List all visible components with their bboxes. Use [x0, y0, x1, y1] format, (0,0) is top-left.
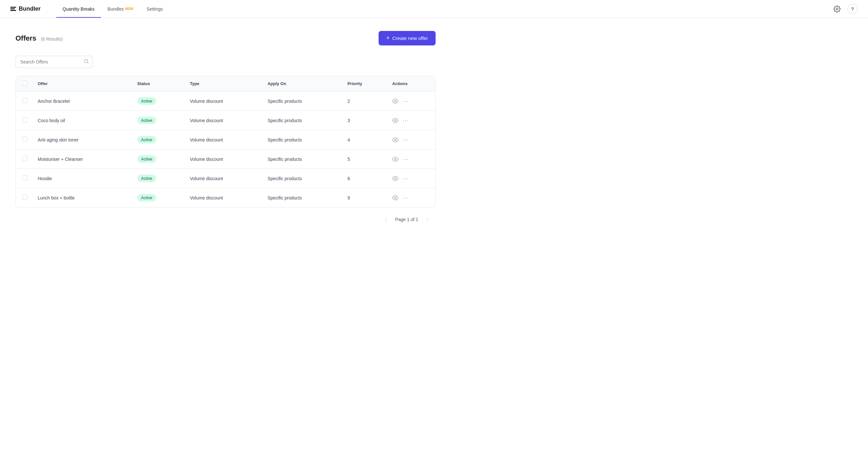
row-status-2: Active [132, 130, 185, 150]
create-offer-button[interactable]: + Create new offer [379, 31, 436, 45]
eye-icon [392, 137, 399, 143]
row-type-5: Volume discount [185, 188, 262, 208]
chevron-right-icon [425, 217, 430, 222]
col-offer: Offer [33, 76, 132, 92]
create-offer-label: Create new offer [392, 35, 428, 41]
col-actions: Actions [387, 76, 435, 92]
row-offer-5: Lunch box + bottle [33, 188, 132, 208]
row-checkbox-2[interactable] [22, 137, 27, 142]
logo-text: Bundler [19, 5, 40, 12]
offers-table-container: Offer Status Type Apply On Priority Acti… [16, 76, 436, 208]
more-options-icon-4[interactable]: ··· [402, 175, 409, 182]
table-header: Offer Status Type Apply On Priority Acti… [16, 76, 435, 92]
more-options-icon-0[interactable]: ··· [402, 97, 409, 105]
row-checkbox-0[interactable] [22, 98, 27, 103]
select-all-checkbox[interactable] [22, 81, 27, 86]
result-count: (6 Results) [41, 36, 63, 41]
row-status-5: Active [132, 188, 185, 208]
view-icon-5[interactable] [392, 195, 399, 201]
status-badge-3: Active [137, 155, 156, 163]
row-checkbox-5[interactable] [22, 195, 27, 200]
row-checkbox-3[interactable] [22, 156, 27, 161]
row-priority-0: 2 [342, 92, 387, 111]
row-priority-2: 4 [342, 130, 387, 150]
nav-item-bundles[interactable]: Bundles NEW! [101, 0, 140, 18]
row-actions-1: ··· [387, 111, 435, 130]
view-icon-1[interactable] [392, 117, 399, 124]
row-actions-2: ··· [387, 130, 435, 150]
nav-label-bundles: Bundles [107, 6, 124, 11]
row-status-1: Active [132, 111, 185, 130]
more-options-icon-3[interactable]: ··· [402, 155, 409, 163]
page-title: Offers (6 Results) [16, 34, 63, 42]
row-type-4: Volume discount [185, 169, 262, 188]
col-type: Type [185, 76, 262, 92]
row-checkbox-cell [16, 188, 33, 208]
plus-icon: + [386, 35, 390, 41]
row-checkbox-cell [16, 130, 33, 150]
view-icon-4[interactable] [392, 175, 399, 182]
row-apply-on-5: Specific products [262, 188, 342, 208]
eye-icon [392, 175, 399, 182]
svg-point-7 [395, 178, 396, 179]
pagination: Page 1 of 1 [16, 215, 436, 224]
table-body: Anchor Bracelet Active Volume discount S… [16, 92, 435, 208]
eye-icon [392, 156, 399, 162]
more-options-icon-5[interactable]: ··· [402, 194, 409, 201]
view-icon-2[interactable] [392, 137, 399, 143]
svg-point-4 [395, 120, 396, 121]
row-priority-1: 3 [342, 111, 387, 130]
settings-button[interactable] [832, 4, 842, 14]
nav-item-quantity-breaks[interactable]: Quantity Breaks [56, 0, 101, 18]
svg-point-6 [395, 158, 396, 160]
view-icon-0[interactable] [392, 98, 399, 104]
row-priority-4: 6 [342, 169, 387, 188]
svg-point-0 [836, 8, 838, 10]
prev-page-button[interactable] [380, 215, 391, 224]
next-page-button[interactable] [422, 215, 433, 224]
col-priority: Priority [342, 76, 387, 92]
row-actions-4: ··· [387, 169, 435, 188]
search-input[interactable] [16, 56, 93, 68]
more-options-icon-2[interactable]: ··· [402, 136, 409, 144]
status-badge-4: Active [137, 175, 156, 182]
row-apply-on-2: Specific products [262, 130, 342, 150]
more-options-icon-1[interactable]: ··· [402, 117, 409, 124]
row-type-3: Volume discount [185, 150, 262, 169]
row-status-3: Active [132, 150, 185, 169]
row-offer-3: Moisturiser + Cleanser [33, 150, 132, 169]
row-checkbox-1[interactable] [22, 117, 27, 122]
row-checkbox-cell [16, 150, 33, 169]
row-type-0: Volume discount [185, 92, 262, 111]
row-status-0: Active [132, 92, 185, 111]
row-checkbox-4[interactable] [22, 175, 27, 181]
eye-icon [392, 98, 399, 104]
eye-icon [392, 117, 399, 124]
row-priority-5: 9 [342, 188, 387, 208]
status-badge-2: Active [137, 136, 156, 144]
view-icon-3[interactable] [392, 156, 399, 162]
nav-badge-new: NEW! [125, 7, 134, 11]
header-actions: ? [832, 4, 858, 14]
search-wrapper [16, 56, 93, 68]
help-icon: ? [851, 6, 854, 11]
table-row: Hoodie Active Volume discount Specific p… [16, 169, 435, 188]
pagination-text: Page 1 of 1 [395, 217, 418, 222]
nav-label-settings: Settings [147, 6, 163, 11]
row-checkbox-cell [16, 92, 33, 111]
logo[interactable]: Bundler [10, 5, 40, 12]
row-offer-4: Hoodie [33, 169, 132, 188]
row-checkbox-cell [16, 111, 33, 130]
row-offer-1: Coco body oil [33, 111, 132, 130]
row-actions-0: ··· [387, 92, 435, 111]
row-type-1: Volume discount [185, 111, 262, 130]
row-actions-3: ··· [387, 150, 435, 169]
help-button[interactable]: ? [847, 4, 858, 14]
row-checkbox-cell [16, 169, 33, 188]
main-nav: Quantity Breaks Bundles NEW! Settings [56, 0, 169, 18]
row-priority-3: 5 [342, 150, 387, 169]
row-actions-5: ··· [387, 188, 435, 208]
nav-item-settings[interactable]: Settings [140, 0, 169, 18]
svg-point-5 [395, 139, 396, 141]
row-apply-on-1: Specific products [262, 111, 342, 130]
